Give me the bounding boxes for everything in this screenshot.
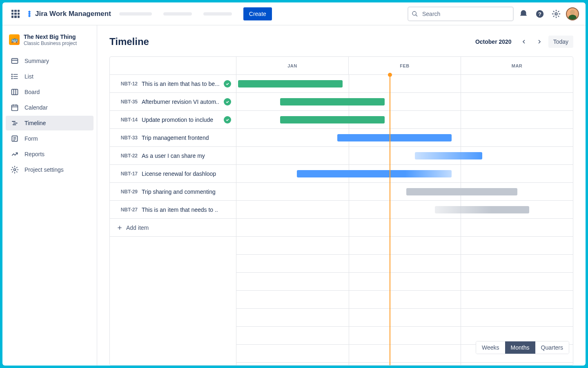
timeline-row-empty: [236, 255, 573, 273]
timeline-bar[interactable]: [238, 80, 342, 88]
issue-key: NBT-29: [115, 189, 138, 195]
status-done-icon: [224, 80, 231, 88]
svg-point-0: [412, 11, 416, 15]
sidebar-item-timeline[interactable]: Timeline: [6, 116, 94, 130]
timeline-row-empty: [236, 237, 573, 255]
issue-title: This is an item that needs to ..: [142, 206, 231, 213]
svg-rect-13: [12, 89, 18, 94]
sidebar-item-calendar[interactable]: Calendar: [6, 100, 94, 115]
timeline-bar[interactable]: [406, 188, 517, 195]
summary-icon: [11, 57, 19, 65]
project-header[interactable]: 🚌 The Next Big Thing Classic Business pr…: [6, 32, 94, 48]
next-button[interactable]: [533, 35, 546, 48]
zoom-months[interactable]: Months: [505, 341, 535, 354]
issue-title: This is an item that has to be...: [142, 81, 220, 87]
sidebar: 🚌 The Next Big Thing Classic Business pr…: [2, 25, 97, 366]
issue-title: Trip management frontend: [142, 135, 231, 141]
timeline-icon: [11, 119, 19, 127]
svg-point-11: [12, 76, 13, 77]
issue-row[interactable]: NBT-12This is an item that has to be...: [110, 75, 236, 93]
main-content: Timeline October 2020 Today NBT-12This: [97, 25, 586, 366]
issue-title: Trip sharing and commenting: [142, 188, 231, 195]
timeline-bar[interactable]: [297, 170, 452, 177]
timeline-row-empty: [236, 219, 573, 237]
issue-row[interactable]: NBT-35Afterburner revision VI autom..: [110, 93, 236, 111]
issue-row[interactable]: NBT-22As a user I can share my: [110, 147, 236, 165]
svg-rect-16: [12, 105, 18, 110]
form-icon: [11, 135, 19, 143]
settings-icon[interactable]: [550, 7, 563, 20]
product-logo[interactable]: Jira Work Management: [25, 10, 111, 18]
status-done-icon: [224, 116, 231, 123]
svg-line-1: [416, 15, 417, 16]
timeline-row-empty: [236, 273, 573, 291]
product-name: Jira Work Management: [35, 10, 111, 18]
today-button[interactable]: Today: [548, 36, 573, 48]
sidebar-item-summary[interactable]: Summary: [6, 54, 94, 68]
chevron-left-icon: [521, 38, 527, 45]
jira-logo-icon: [25, 10, 33, 18]
create-button[interactable]: Create: [243, 7, 272, 20]
list-icon: [11, 72, 19, 81]
svg-rect-5: [12, 58, 18, 63]
board-icon: [11, 88, 19, 96]
status-done-icon: [224, 98, 231, 105]
issue-title: Afterburner revision VI autom..: [142, 99, 220, 105]
month-header: JAN: [236, 57, 349, 74]
timeline-row: [236, 75, 573, 93]
sidebar-item-list[interactable]: List: [6, 69, 94, 84]
timeline-row: [236, 165, 573, 183]
gear-icon: [11, 166, 19, 174]
project-name: The Next Big Thing: [24, 34, 77, 40]
svg-point-27: [14, 168, 16, 171]
timeline-bar[interactable]: [435, 206, 529, 213]
timeline-row: [236, 183, 573, 201]
timeline-bar[interactable]: [280, 116, 384, 123]
timeline-row: [236, 147, 573, 165]
help-icon[interactable]: ?: [533, 7, 546, 20]
svg-point-10: [12, 74, 13, 75]
notifications-icon[interactable]: [517, 7, 530, 20]
issue-key: NBT-35: [115, 99, 138, 105]
search-input[interactable]: [408, 7, 514, 21]
issue-title: As a user I can share my: [142, 153, 231, 159]
project-type: Classic Business project: [24, 40, 77, 46]
sidebar-item-board[interactable]: Board: [6, 85, 94, 99]
page-title: Timeline: [109, 36, 149, 47]
issue-row[interactable]: NBT-14Update promotion to include: [110, 111, 236, 129]
timeline-bar[interactable]: [337, 134, 452, 141]
month-header: MAR: [461, 57, 573, 74]
svg-point-12: [12, 78, 13, 79]
issue-key: NBT-33: [115, 135, 138, 141]
timeline-row: [236, 93, 573, 111]
calendar-icon: [11, 103, 19, 112]
issue-row[interactable]: NBT-17License renewal for dashloop: [110, 165, 236, 183]
top-nav: Jira Work Management Create ?: [2, 2, 586, 25]
today-marker: [390, 75, 390, 365]
sidebar-item-reports[interactable]: Reports: [6, 147, 94, 162]
zoom-quarters[interactable]: Quarters: [535, 341, 569, 354]
month-header: FEB: [349, 57, 461, 74]
issue-row[interactable]: NBT-33Trip management frontend: [110, 129, 236, 147]
user-avatar[interactable]: [566, 7, 579, 20]
svg-text:?: ?: [538, 11, 541, 17]
issue-row[interactable]: NBT-27This is an item that needs to ..: [110, 201, 236, 219]
issue-key: NBT-27: [115, 207, 138, 213]
timeline-row-empty: [236, 309, 573, 327]
date-label: October 2020: [475, 38, 512, 45]
prev-button[interactable]: [517, 35, 530, 48]
project-icon: 🚌: [9, 34, 20, 45]
sidebar-item-project-settings[interactable]: Project settings: [6, 162, 94, 177]
app-switcher-icon[interactable]: [9, 7, 22, 20]
issue-title: License renewal for dashloop: [142, 171, 231, 177]
issue-row[interactable]: NBT-29Trip sharing and commenting: [110, 183, 236, 201]
add-item-button[interactable]: Add item: [110, 219, 236, 237]
timeline-bar[interactable]: [280, 98, 384, 105]
issue-key: NBT-17: [115, 171, 138, 177]
issue-key: NBT-22: [115, 153, 138, 159]
issue-title: Update promotion to include: [142, 117, 220, 123]
timeline-bar[interactable]: [415, 152, 482, 159]
reports-icon: [11, 150, 19, 158]
zoom-weeks[interactable]: Weeks: [476, 341, 505, 354]
sidebar-item-form[interactable]: Form: [6, 131, 94, 146]
